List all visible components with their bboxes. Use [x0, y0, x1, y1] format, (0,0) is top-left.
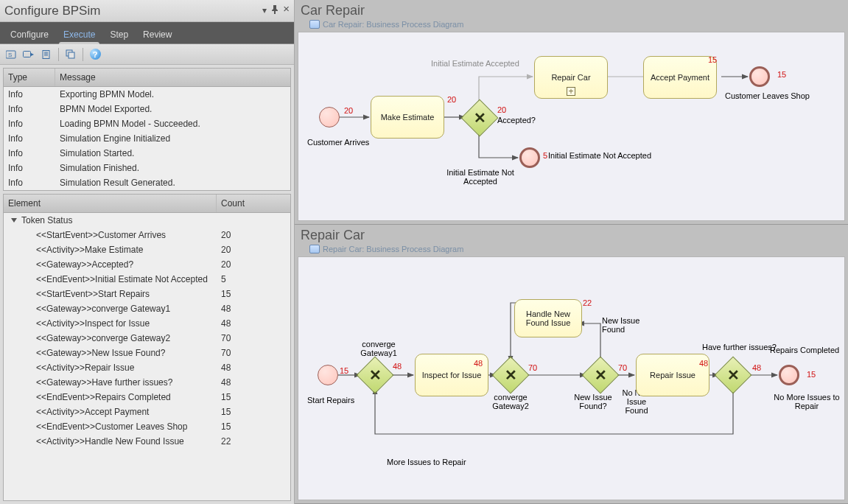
count2-48d: 48: [752, 363, 761, 372]
log-row[interactable]: InfoSimulation Started.: [4, 146, 290, 161]
tree-item-label: <<Activity>>Make Estimate: [4, 245, 217, 255]
svg-text:S: S: [8, 52, 12, 58]
task-repair-car[interactable]: Repair Car +: [534, 56, 608, 99]
diagram1-sub-text: Car Repair: Business Process Diagram: [323, 20, 463, 29]
toolbar-btn-doc[interactable]: [38, 47, 55, 62]
tree-item[interactable]: <<EndEvent>>Repairs Completed15: [4, 390, 290, 405]
panel-titlebar: Configure BPSim ▾ ×: [0, 0, 294, 22]
log-col-type[interactable]: Type: [4, 69, 55, 86]
tab-configure[interactable]: Configure: [3, 25, 56, 43]
count2-70b: 70: [618, 363, 627, 372]
task-handle-new-label: Handle New Found Issue: [518, 309, 578, 327]
label-converge2: converge Gateway2: [487, 393, 534, 410]
diagram1-title: Car Repair: [295, 0, 848, 18]
diagram1-canvas[interactable]: Customer Arrives 20 Make Estimate 20 Acc…: [298, 32, 845, 221]
start-event-start-repairs[interactable]: [318, 365, 338, 385]
tree-item[interactable]: <<Activity>>Repair Issue48: [4, 360, 290, 375]
log-cell-type: Info: [4, 163, 55, 173]
tree-item[interactable]: <<Gateway>>New Issue Found?70: [4, 346, 290, 360]
elements-col-count[interactable]: Count: [217, 195, 290, 212]
label-new-issue-found: New Issue Found: [602, 316, 646, 334]
task-handle-new[interactable]: Handle New Found Issue: [514, 299, 582, 337]
gateway-new-issue[interactable]: [582, 357, 620, 394]
panel-pin-icon[interactable]: [271, 5, 278, 16]
tree-item[interactable]: <<EndEvent>>Initial Estimate Not Accepte…: [4, 272, 290, 287]
tree-item-label: <<Gateway>>Have further issues?: [4, 377, 217, 388]
tree-item[interactable]: <<Gateway>>Have further issues?48: [4, 375, 290, 390]
toolbar-btn-sim[interactable]: S: [3, 47, 19, 62]
log-row[interactable]: InfoExporting BPMN Model.: [4, 87, 290, 102]
caret-icon: [11, 218, 17, 223]
tree-item[interactable]: <<Gateway>>Accepted?20: [4, 257, 290, 272]
task-repair-issue[interactable]: Repair Issue: [636, 354, 709, 396]
tree-item[interactable]: <<Gateway>>converge Gateway148: [4, 301, 290, 316]
start-event-customer-arrives[interactable]: [319, 107, 340, 127]
toolbar: S ?: [0, 44, 294, 65]
log-cell-type: Info: [4, 119, 55, 129]
task-accept-payment[interactable]: Accept Payment: [643, 56, 717, 99]
diagram2-canvas[interactable]: Start Repairs 15 converge Gateway1 48 In…: [298, 256, 845, 500]
tab-step[interactable]: Step: [102, 25, 136, 43]
gateway-further[interactable]: [715, 357, 752, 394]
end-event-customer-leaves[interactable]: [749, 66, 770, 87]
gateway-converge2[interactable]: [492, 357, 530, 394]
log-row[interactable]: InfoLoading BPMN Model - Succeeded.: [4, 116, 290, 131]
panel-dropdown-icon[interactable]: ▾: [262, 5, 267, 16]
tree-item[interactable]: <<Activity>>Make Estimate20: [4, 242, 290, 257]
count-20c: 20: [497, 105, 506, 114]
task-inspect-label: Inspect for Issue: [422, 371, 482, 379]
gateway-accepted[interactable]: [461, 99, 499, 137]
gateway-converge1[interactable]: [357, 357, 394, 394]
task-make-estimate-label: Make Estimate: [381, 113, 435, 122]
tab-execute[interactable]: Execute: [56, 25, 102, 43]
tab-review[interactable]: Review: [136, 25, 179, 43]
label-initial-accepted: Initial Estimate Accepted: [431, 59, 519, 68]
tree-item[interactable]: <<EndEvent>>Customer Leaves Shop15: [4, 419, 290, 434]
elements-col-element[interactable]: Element: [4, 195, 217, 212]
log-col-message[interactable]: Message: [55, 69, 290, 86]
tree-root-label: Token Status: [21, 215, 72, 225]
tree-item-count: 48: [217, 377, 290, 388]
elements-section: Element Count Token Status<<StartEvent>>…: [3, 194, 291, 501]
toolbar-btn-run[interactable]: [21, 47, 37, 62]
log-row[interactable]: InfoSimulation Result Generated.: [4, 175, 290, 190]
task-make-estimate[interactable]: Make Estimate: [371, 96, 444, 139]
tree-item-label: <<StartEvent>>Start Repairs: [4, 289, 217, 299]
tree-item-count: 5: [217, 274, 290, 284]
tree-root[interactable]: Token Status: [4, 213, 290, 228]
tree-item[interactable]: <<Gateway>>converge Gateway270: [4, 331, 290, 346]
diagram-repair-car: Repair Car Repair Car: Business Process …: [295, 225, 848, 504]
panel-close-icon[interactable]: ×: [283, 5, 290, 16]
log-cell-message: Loading BPMN Model - Succeeded.: [55, 119, 290, 129]
log-row[interactable]: InfoBPMN Model Exported.: [4, 102, 290, 116]
log-body: InfoExporting BPMN Model.InfoBPMN Model …: [4, 87, 290, 190]
log-row[interactable]: InfoSimulation Finished.: [4, 161, 290, 175]
tree-item[interactable]: <<Activity>>Handle New Found Issue22: [4, 434, 290, 449]
tree-item[interactable]: <<Activity>>Accept Payment15: [4, 405, 290, 419]
toolbar-btn-help[interactable]: ?: [87, 47, 103, 62]
label-start-repairs: Start Repairs: [307, 396, 354, 405]
label-not-accepted-path: Initial Estimate Not Accepted: [444, 168, 517, 186]
task-repair-issue-label: Repair Issue: [650, 371, 695, 379]
tree-item-count: 48: [217, 363, 290, 373]
tree-item-count: 20: [217, 230, 290, 240]
label-more-issues: More Issues to Repair: [387, 458, 466, 466]
tree-item[interactable]: <<StartEvent>>Start Repairs15: [4, 287, 290, 301]
tree-item-count: 20: [217, 259, 290, 270]
count2-48c: 48: [699, 359, 708, 368]
log-cell-type: Info: [4, 89, 55, 99]
log-row[interactable]: InfoSimulation Engine Initialized: [4, 131, 290, 146]
diagram-car-repair: Car Repair Car Repair: Business Process …: [295, 0, 848, 225]
tree-item-label: <<Activity>>Inspect for Issue: [4, 318, 217, 329]
label-customer-arrives: Customer Arrives: [307, 138, 369, 147]
tree-item-count: 15: [217, 289, 290, 299]
tree-item[interactable]: <<StartEvent>>Customer Arrives20: [4, 228, 290, 242]
count2-48b: 48: [474, 359, 483, 368]
tree-item[interactable]: <<Activity>>Inspect for Issue48: [4, 316, 290, 331]
toolbar-btn-copy[interactable]: [63, 47, 79, 62]
end-event-repairs-completed[interactable]: [779, 365, 799, 385]
right-panel: Car Repair Car Repair: Business Process …: [295, 0, 848, 504]
end-event-not-accepted[interactable]: [519, 147, 540, 168]
log-cell-message: Exporting BPMN Model.: [55, 89, 290, 99]
diagram2-sub-text: Repair Car: Business Process Diagram: [323, 245, 463, 253]
